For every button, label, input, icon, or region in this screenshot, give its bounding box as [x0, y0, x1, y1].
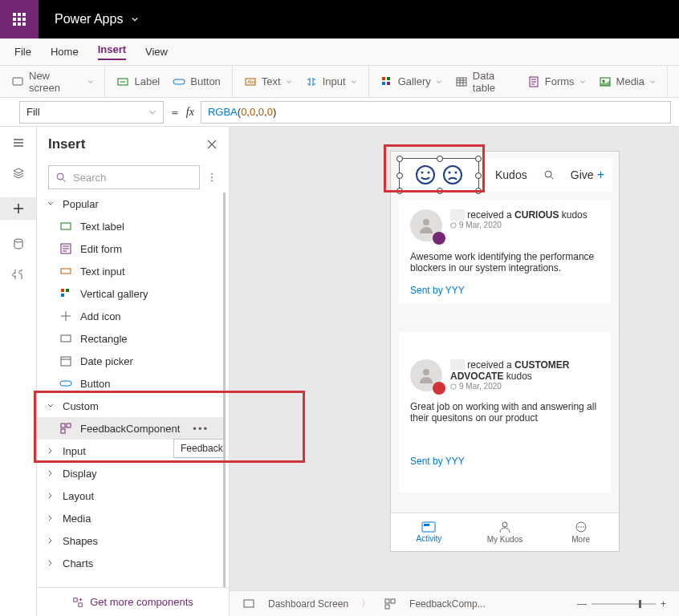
item-date-picker[interactable]: Date picker: [37, 350, 223, 372]
svg-point-37: [455, 172, 457, 174]
badge-icon: [433, 382, 445, 395]
nav-activity[interactable]: Activity: [391, 513, 467, 551]
input-icon: [305, 75, 318, 88]
zoom-in[interactable]: +: [661, 598, 666, 610]
left-rail: [0, 127, 37, 616]
data-icon[interactable]: [12, 237, 25, 250]
media-dropdown[interactable]: Media: [599, 75, 656, 88]
screen-icon: [242, 598, 255, 610]
chevron-down-icon: [47, 200, 55, 208]
svg-point-39: [423, 219, 429, 225]
button-button[interactable]: Button: [173, 75, 221, 88]
kudos-card: xxx received a CUSTOMER ADVOCATE kudos 9…: [399, 332, 611, 492]
breadcrumb-screen[interactable]: Dashboard Screen: [268, 598, 348, 610]
chevron-down-icon: [131, 15, 139, 23]
item-button[interactable]: Button: [37, 372, 223, 395]
chevron-down-icon: [87, 79, 94, 85]
category-custom[interactable]: Custom: [37, 395, 223, 417]
ribbon-toolbar: New screen Label Button Abc Text Input G…: [0, 66, 679, 98]
tools-icon[interactable]: [12, 268, 25, 281]
svg-rect-23: [61, 294, 64, 297]
search-input[interactable]: Search: [48, 165, 200, 189]
item-more-icon[interactable]: •••: [193, 423, 213, 435]
search-icon[interactable]: [543, 169, 555, 180]
item-feedback-component[interactable]: FeedbackComponent•••: [37, 417, 223, 440]
formula-input[interactable]: RGBA(0, 0, 0, 0): [201, 101, 671, 124]
component-icon: [59, 422, 72, 435]
kudos-header: Kudos Give+: [487, 158, 612, 192]
svg-point-34: [428, 172, 430, 174]
breadcrumb-component[interactable]: FeedbackComp...: [409, 598, 486, 610]
zoom-out[interactable]: —: [577, 598, 587, 610]
data-table-button[interactable]: Data table: [455, 70, 514, 94]
property-selector[interactable]: Fill: [19, 101, 164, 124]
insert-tab[interactable]: [0, 197, 36, 220]
label-icon: [116, 75, 129, 88]
svg-rect-9: [457, 78, 466, 86]
close-icon[interactable]: [206, 139, 218, 150]
button-icon: [59, 377, 72, 390]
app-preview: Kudos Give+ xxx received a CURIOUS kudos…: [390, 151, 620, 552]
menu-file[interactable]: File: [14, 46, 31, 58]
nav-more[interactable]: More: [543, 513, 619, 551]
svg-rect-31: [79, 602, 82, 606]
category-display[interactable]: Display: [37, 462, 223, 484]
svg-point-32: [417, 166, 434, 184]
menu-insert[interactable]: Insert: [98, 43, 126, 60]
nav-mykudos[interactable]: My Kudos: [467, 513, 543, 551]
category-layout[interactable]: Layout: [37, 484, 223, 507]
waffle-button[interactable]: [0, 0, 39, 38]
zoom-slider[interactable]: [592, 603, 656, 605]
category-popular[interactable]: Popular: [37, 192, 223, 215]
chevron-down-icon: [47, 402, 55, 410]
main-area: Insert Search Popular Text label Edit fo…: [0, 127, 679, 616]
text-icon: Abc: [244, 75, 257, 88]
menu-home[interactable]: Home: [51, 46, 79, 58]
selected-component[interactable]: [399, 158, 479, 192]
category-charts[interactable]: Charts: [37, 552, 223, 574]
frown-icon: [442, 164, 463, 185]
chevron-down-icon: [436, 79, 442, 85]
input-dropdown[interactable]: Input: [305, 75, 357, 88]
text-dropdown[interactable]: Abc Text: [244, 75, 292, 88]
forms-icon: [527, 75, 540, 88]
app-title[interactable]: Power Apps: [39, 12, 139, 26]
give-button[interactable]: Give+: [571, 168, 604, 182]
category-media[interactable]: Media: [37, 507, 223, 529]
form-icon: [59, 242, 72, 255]
svg-rect-53: [385, 605, 389, 609]
item-text-input[interactable]: Text input: [37, 260, 223, 282]
gallery-icon: [59, 287, 72, 300]
menu-view[interactable]: View: [145, 46, 168, 58]
category-shapes[interactable]: Shapes: [37, 529, 223, 552]
chevron-right-icon: [47, 559, 55, 567]
svg-point-38: [545, 171, 551, 177]
svg-rect-50: [244, 600, 254, 607]
label-button[interactable]: Label: [116, 75, 160, 88]
item-text-label[interactable]: Text label: [37, 215, 223, 237]
bottom-nav: Activity My Kudos More: [391, 513, 619, 551]
chevron-right-icon: [47, 514, 55, 522]
layers-icon[interactable]: [12, 167, 25, 180]
more-icon[interactable]: [206, 172, 218, 183]
svg-rect-8: [387, 82, 390, 85]
chevron-right-icon: [47, 447, 55, 455]
forms-dropdown[interactable]: Forms: [527, 75, 586, 88]
media-icon: [599, 75, 612, 88]
gallery-icon: [380, 75, 393, 88]
chevron-right-icon: [47, 492, 55, 500]
svg-rect-25: [61, 357, 71, 366]
import-icon: [72, 597, 83, 608]
gallery-dropdown[interactable]: Gallery: [380, 75, 442, 88]
item-rectangle[interactable]: Rectangle: [37, 327, 223, 350]
fx-icon[interactable]: fx: [186, 106, 201, 119]
new-screen-button[interactable]: New screen: [11, 70, 93, 94]
item-edit-form[interactable]: Edit form: [37, 237, 223, 260]
item-add-icon[interactable]: Add icon: [37, 305, 223, 327]
smile-icon: [415, 164, 436, 185]
canvas[interactable]: Kudos Give+ xxx received a CURIOUS kudos…: [230, 127, 679, 616]
tree-view-icon[interactable]: [12, 136, 25, 149]
get-more-components[interactable]: Get more components: [37, 587, 229, 616]
item-vertical-gallery[interactable]: Vertical gallery: [37, 282, 223, 305]
svg-rect-43: [422, 522, 435, 532]
